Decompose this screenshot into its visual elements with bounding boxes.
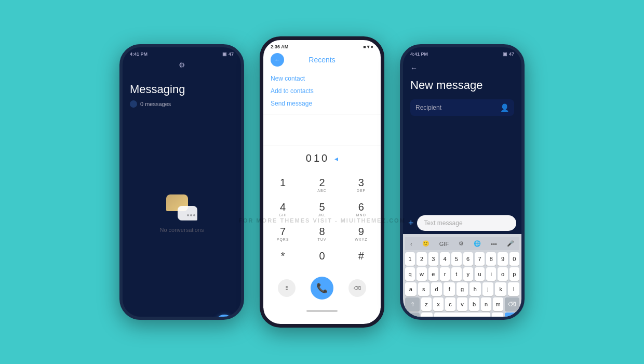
gear-icon[interactable]: ⚙: [123, 59, 241, 71]
kb-key-p[interactable]: p: [509, 267, 519, 281]
attach-button[interactable]: +: [408, 218, 414, 229]
key-8[interactable]: 8TUV: [302, 222, 341, 246]
key-star[interactable]: *: [263, 246, 302, 270]
kb-key-6[interactable]: 6: [463, 252, 473, 266]
kb-key-s[interactable]: s: [418, 282, 430, 296]
dialpad-button[interactable]: ⠿: [278, 279, 296, 297]
kb-enter-key[interactable]: →: [505, 313, 519, 320]
nm-header: ←: [403, 59, 521, 75]
nm-body: [403, 120, 521, 212]
kb-key-u[interactable]: u: [475, 267, 485, 281]
add-to-contacts-item[interactable]: Add to contacts: [271, 85, 373, 97]
key-3[interactable]: 3DEF: [342, 173, 381, 197]
kb-row-q: q w e r t y u i o p: [405, 267, 519, 281]
kb-key-f[interactable]: f: [444, 282, 455, 296]
status-icons-2: ■▼●: [363, 44, 373, 49]
chat-dot: [193, 214, 195, 216]
time-1: 4:41 PM: [130, 51, 147, 57]
key-1[interactable]: 1: [263, 173, 302, 197]
kb-key-4[interactable]: 4: [440, 252, 450, 266]
key-0[interactable]: 0: [302, 246, 341, 270]
recents-title: Recents: [308, 56, 335, 64]
dialer-footer: ⠿ 📞 ⌫: [263, 272, 381, 308]
kb-key-7[interactable]: 7: [475, 252, 485, 266]
kb-key-1[interactable]: 1: [405, 252, 415, 266]
kb-shift-key[interactable]: ⇧: [405, 297, 420, 311]
kb-period-key[interactable]: .: [492, 313, 503, 320]
key-6[interactable]: 6MNO: [342, 197, 381, 222]
back-button[interactable]: ←: [271, 53, 284, 67]
kb-key-d[interactable]: d: [431, 282, 442, 296]
chat-icon: [166, 194, 197, 220]
kb-key-c[interactable]: c: [445, 297, 455, 311]
kb-key-0[interactable]: 0: [509, 252, 519, 266]
wifi-icon: ■▼●: [363, 44, 373, 49]
kb-gif-btn[interactable]: GIF: [437, 240, 451, 248]
kb-key-9[interactable]: 9: [498, 252, 507, 266]
key-4[interactable]: 4GHI: [263, 197, 302, 222]
kb-back-btn[interactable]: ‹: [408, 240, 414, 248]
kb-key-g[interactable]: g: [457, 282, 468, 296]
kb-key-k[interactable]: k: [495, 282, 506, 296]
send-message-item[interactable]: Send message: [271, 97, 373, 110]
kb-key-m[interactable]: m: [493, 297, 503, 311]
phone-dialer: 2:36 AM ■▼● ← Recents New contact Add to…: [260, 36, 384, 328]
keypad: 1 2ABC 3DEF 4GHI 5JKL 6MNO 7PQRS 8TUV 9W…: [263, 171, 381, 272]
time-3: 4:41 PM: [410, 51, 428, 57]
call-button[interactable]: 📞: [311, 277, 333, 300]
kb-key-n[interactable]: n: [481, 297, 491, 311]
kb-key-o[interactable]: o: [498, 267, 507, 281]
kb-del-key[interactable]: ⌫: [505, 297, 519, 311]
kb-key-v[interactable]: v: [457, 297, 467, 311]
text-message-input[interactable]: Text message: [417, 215, 516, 231]
key-2[interactable]: 2ABC: [302, 173, 341, 197]
kb-key-5[interactable]: 5: [451, 252, 461, 266]
kb-key-h[interactable]: h: [469, 282, 481, 296]
recipient-input[interactable]: Recipient: [415, 104, 441, 111]
backspace-button[interactable]: ◂: [334, 154, 338, 163]
signal-icon-3: ▣: [503, 51, 507, 57]
kb-comma-key[interactable]: ,: [421, 313, 433, 320]
kb-key-y[interactable]: y: [463, 267, 473, 281]
nm-compose-row: + Text message: [403, 212, 521, 234]
kb-key-a[interactable]: a: [405, 282, 417, 296]
kb-translate-btn[interactable]: 🌐: [472, 239, 483, 248]
kb-emoji-btn[interactable]: 🙂: [420, 239, 432, 248]
kb-key-b[interactable]: b: [469, 297, 479, 311]
kb-num-key[interactable]: ?123: [405, 313, 420, 320]
kb-key-z[interactable]: z: [421, 297, 432, 311]
kb-more-btn[interactable]: •••: [489, 240, 499, 248]
key-hash[interactable]: #: [342, 246, 381, 270]
status-icons-1: ▣ 47: [222, 51, 234, 57]
kb-settings-btn[interactable]: ⚙: [457, 239, 466, 248]
kb-key-i[interactable]: i: [486, 267, 496, 281]
kb-key-2[interactable]: 2: [417, 252, 426, 266]
contact-icon[interactable]: 👤: [500, 103, 509, 112]
kb-rows: 1 2 3 4 5 6 7 8 9 0 q w: [405, 252, 519, 320]
key-9[interactable]: 9WXYZ: [342, 222, 381, 246]
kb-key-8[interactable]: 8: [486, 252, 496, 266]
kb-key-r[interactable]: r: [440, 267, 450, 281]
kb-key-q[interactable]: q: [405, 267, 415, 281]
kb-row-bottom: ?123 , . →: [405, 313, 519, 320]
kb-space-key[interactable]: [434, 313, 490, 320]
kb-key-l[interactable]: l: [508, 282, 519, 296]
status-bar-1: 4:41 PM ▣ 47: [123, 47, 241, 59]
kb-key-w[interactable]: w: [417, 267, 426, 281]
delete-button[interactable]: ⌫: [348, 279, 366, 297]
messaging-title: Messaging: [123, 77, 241, 98]
new-contact-item[interactable]: New contact: [271, 72, 373, 85]
kb-mic-btn[interactable]: 🎤: [505, 239, 516, 248]
kb-row-z: ⇧ z x c v b n m ⌫: [405, 297, 519, 311]
key-5[interactable]: 5JKL: [302, 197, 341, 222]
kb-key-e[interactable]: e: [428, 267, 438, 281]
nm-back-button[interactable]: ←: [410, 62, 514, 74]
dialer-header: ← Recents: [263, 51, 381, 68]
kb-key-x[interactable]: x: [433, 297, 444, 311]
key-7[interactable]: 7PQRS: [263, 222, 302, 246]
kb-key-j[interactable]: j: [482, 282, 494, 296]
fab-button[interactable]: +: [215, 315, 234, 320]
kb-key-3[interactable]: 3: [428, 252, 438, 266]
kb-key-t[interactable]: t: [451, 267, 461, 281]
msg-count-row: 0 messages: [123, 98, 241, 113]
